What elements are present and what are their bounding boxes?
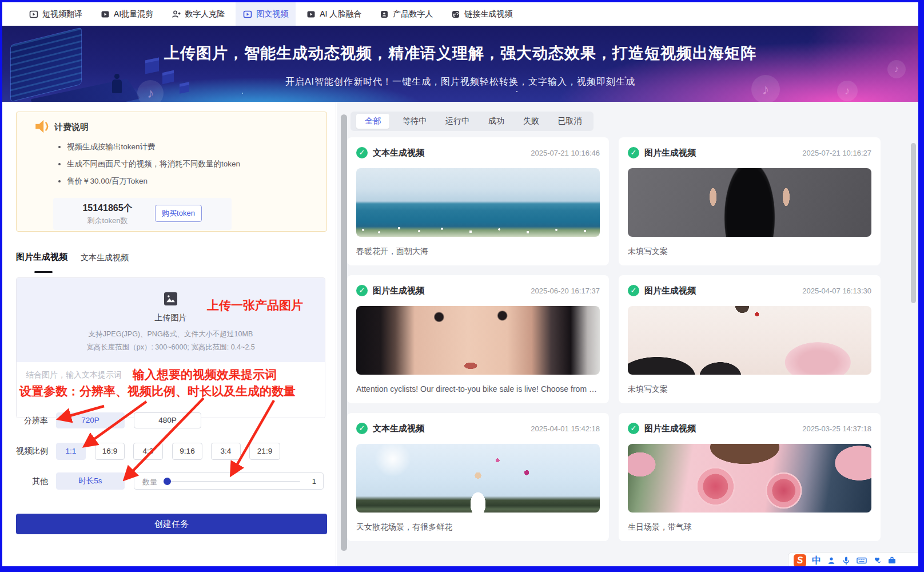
filter-running[interactable]: 运行中 [440, 114, 475, 129]
prompt-input[interactable] [17, 362, 325, 418]
tasks-scrollbar[interactable] [911, 143, 916, 303]
ime-logo-icon[interactable]: S [794, 554, 806, 567]
person-icon[interactable] [827, 556, 836, 565]
hearts-icon[interactable] [873, 556, 882, 565]
nav-tab-batch-edit[interactable]: AI批量混剪 [93, 2, 161, 26]
keyboard-icon[interactable] [857, 556, 867, 565]
token-balance-value: 15141865个 [53, 202, 162, 214]
filter-waiting[interactable]: 等待中 [397, 114, 432, 129]
tab-text-to-video[interactable]: 文本生成视频 [81, 253, 129, 263]
generator-scrollbar[interactable] [341, 114, 347, 551]
ratio-option-21-9[interactable]: 21:9 [249, 443, 280, 460]
task-timestamp: 2025-03-25 14:37:18 [802, 424, 871, 433]
nav-tab-video-translate[interactable]: 短视频翻译 [22, 2, 90, 26]
task-card[interactable]: ✓ 图片生成视频 2025-06-20 16:17:37 Attention c… [347, 275, 609, 403]
task-card[interactable]: ✓ 图片生成视频 2025-07-21 10:16:27 未填写文案 [619, 137, 881, 265]
filter-canceled[interactable]: 已取消 [552, 114, 588, 129]
task-card[interactable]: ✓ 文本生成视频 2025-07-21 10:16:46 春暖花开，面朝大海 [347, 137, 609, 265]
resolution-label: 分辨率 [2, 416, 48, 426]
main-content: 计费说明 视频生成按输出token计费 生成不同画面尺寸的视频，将消耗不同数量的… [2, 102, 918, 566]
task-card-header: ✓ 图片生成视频 2025-04-07 16:13:30 [628, 284, 871, 297]
ratio-option-3-4[interactable]: 3:4 [211, 443, 241, 460]
create-task-button[interactable]: 创建任务 [16, 514, 327, 534]
app-window: 短视频翻译 AI批量混剪 数字人克隆 图文视频 AI 人脸融合 产品数字人 链接… [0, 0, 924, 572]
ratio-option-1-1[interactable]: 1:1 [56, 443, 86, 460]
task-card[interactable]: ✓ 图片生成视频 2025-04-07 16:13:30 未填写文案 [619, 275, 881, 403]
nav-tab-face-merge[interactable]: AI 人脸融合 [299, 2, 369, 26]
other-label: 其他 [2, 476, 48, 487]
resolution-option-720p[interactable]: 720P [56, 412, 125, 428]
nav-tab-link-video[interactable]: 链接生成视频 [444, 2, 520, 26]
task-thumbnail[interactable] [356, 306, 600, 375]
billing-bullet: 视频生成按输出token计费 [67, 142, 240, 152]
task-card[interactable]: ✓ 图片生成视频 2025-03-25 14:37:18 生日场景，带气球 [619, 413, 881, 541]
success-check-icon: ✓ [356, 285, 368, 296]
ratio-option-4-3[interactable]: 4:3 [133, 443, 163, 460]
face-merge-icon [306, 10, 316, 19]
billing-bullet-list: 视频生成按输出token计费 生成不同画面尺寸的视频，将消耗不同数量的token… [67, 142, 240, 193]
buy-token-button[interactable]: 购买token [155, 205, 202, 222]
person-add-icon [172, 10, 181, 19]
microphone-icon[interactable] [842, 556, 851, 565]
task-thumbnail[interactable] [628, 168, 871, 237]
nav-tab-product-avatar[interactable]: 产品数字人 [372, 2, 440, 26]
video-translate-icon [29, 10, 38, 19]
banner-subtitle: 开启AI智能创作新时代！一键生成，图片视频轻松转换，文字输入，视频即刻生成 [2, 76, 918, 88]
task-type: 图片生成视频 [644, 423, 696, 434]
task-card-header: ✓ 文本生成视频 2025-04-01 15:42:18 [356, 422, 600, 435]
generator-panel: 计费说明 视频生成按输出token计费 生成不同画面尺寸的视频，将消耗不同数量的… [2, 102, 336, 566]
task-card-header: ✓ 文本生成视频 2025-07-21 10:16:46 [356, 146, 600, 159]
quantity-slider-knob[interactable] [164, 478, 171, 485]
task-card-header: ✓ 图片生成视频 2025-07-21 10:16:27 [628, 146, 871, 159]
filter-all[interactable]: 全部 [356, 114, 389, 129]
success-check-icon: ✓ [628, 423, 639, 434]
task-caption: 天女散花场景，有很多鲜花 [356, 522, 600, 533]
active-tab-underline [34, 271, 53, 273]
ratio-option-16-9[interactable]: 16:9 [95, 443, 125, 460]
task-card-header: ✓ 图片生成视频 2025-03-25 14:37:18 [628, 422, 871, 435]
task-caption: 春暖花开，面朝大海 [356, 247, 600, 257]
nav-tab-label: 链接生成视频 [464, 9, 512, 19]
ime-toolbar: S 中 [788, 552, 921, 569]
quantity-slider-track[interactable] [166, 481, 300, 482]
toolbox-icon[interactable] [887, 556, 897, 565]
success-check-icon: ✓ [356, 423, 368, 434]
resolution-option-480p[interactable]: 480P [134, 412, 201, 428]
filter-success[interactable]: 成功 [483, 114, 510, 129]
upload-size-hint: 宽高长度范围（px）: 300~6000; 宽高比范围: 0.4~2.5 [17, 343, 325, 352]
video-batch-icon [101, 10, 110, 19]
filter-failed[interactable]: 失败 [517, 114, 545, 129]
task-timestamp: 2025-04-07 16:13:30 [802, 287, 871, 295]
task-thumbnail[interactable] [628, 306, 871, 375]
ratio-option-9-16[interactable]: 9:16 [172, 443, 202, 460]
token-balance-label: 剩余token数 [53, 216, 162, 226]
upload-formats-hint: 支持JPEG(JPG)、PNG格式、文件大小不超过10MB [17, 329, 325, 339]
banner-title: 上传图片，智能生成动态视频，精准语义理解，强大动态效果，打造短视频出海矩阵 [2, 43, 918, 63]
task-thumbnail[interactable] [356, 444, 600, 513]
quantity-label: 数量 [142, 477, 157, 487]
task-caption: 未填写文案 [628, 384, 871, 395]
image-upload-dropzone[interactable]: 上传图片 支持JPEG(JPG)、PNG格式、文件大小不超过10MB 宽高长度范… [17, 278, 325, 362]
link-video-icon [451, 10, 460, 19]
task-card-header: ✓ 图片生成视频 2025-06-20 16:17:37 [356, 284, 600, 297]
product-avatar-icon [380, 10, 389, 19]
task-timestamp: 2025-07-21 10:16:46 [531, 149, 600, 157]
success-check-icon: ✓ [356, 147, 368, 158]
duration-option-5s[interactable]: 时长5s [56, 472, 125, 490]
billing-bullet: 售价￥30.00/百万Token [67, 176, 240, 186]
image-upload-icon [164, 297, 177, 307]
task-thumbnail[interactable] [356, 168, 600, 237]
token-balance-box: 15141865个 剩余token数 购买token [53, 198, 232, 230]
task-type: 文本生成视频 [373, 423, 424, 434]
success-check-icon: ✓ [628, 147, 639, 158]
nav-tab-image-text-video[interactable]: 图文视频 [236, 2, 296, 26]
nav-tab-label: 短视频翻译 [42, 9, 82, 19]
nav-tab-avatar-clone[interactable]: 数字人克隆 [164, 2, 232, 26]
task-card[interactable]: ✓ 文本生成视频 2025-04-01 15:42:18 天女散花场景，有很多鲜… [347, 413, 609, 541]
tab-image-to-video[interactable]: 图片生成视频 [16, 252, 67, 263]
nav-tab-label: 产品数字人 [393, 9, 433, 19]
task-type: 图片生成视频 [644, 148, 696, 158]
task-timestamp: 2025-04-01 15:42:18 [531, 424, 600, 433]
ime-mode-toggle[interactable]: 中 [812, 555, 821, 567]
task-thumbnail[interactable] [628, 444, 871, 513]
